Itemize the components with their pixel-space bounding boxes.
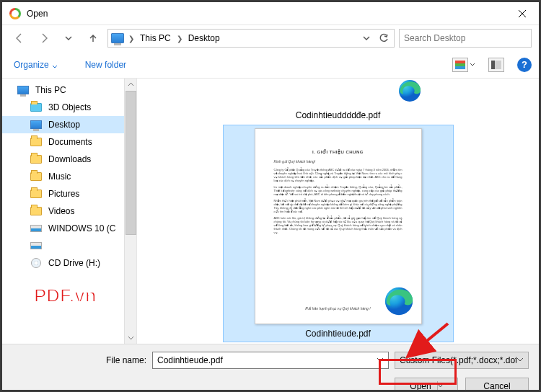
pc-icon [111,33,124,43]
filetype-select[interactable]: Custom Files(*.pdf;*.docx;*.dot; [395,352,529,369]
scroll-down-icon[interactable] [125,331,137,344]
edge-icon [397,79,423,104]
search-placeholder: Search Desktop [404,33,465,43]
tree-scrollbar[interactable] [124,79,136,344]
window-title: Open [27,9,48,19]
drive-icon [30,223,43,234]
filename-label: File name: [2,355,146,365]
tree-documents[interactable]: Documents [2,133,136,151]
search-input[interactable]: Search Desktop [399,29,532,48]
filename-input[interactable]: Codinhtieude.pdf [152,352,389,369]
tree-videos[interactable]: Videos [2,202,136,220]
view-mode-icon [452,58,468,72]
tree-this-pc[interactable]: This PC [2,81,136,99]
app-icon [9,8,21,19]
tree-downloads[interactable]: Downloads [2,151,136,168]
breadcrumb-desktop[interactable]: Desktop [185,32,223,45]
nav-forward-icon[interactable] [34,28,54,48]
chevron-right-icon: ❯ [128,35,134,43]
folder-icon [30,102,43,113]
nav-recent-icon[interactable] [58,28,79,48]
new-folder-button[interactable]: New folder [81,57,131,73]
open-button[interactable]: Open [395,378,458,392]
drive-icon [30,240,43,251]
file-item-selected[interactable]: I. GIỚI THIỆU CHUNG Kính gửi Quý khách h… [223,125,454,342]
tree-pictures[interactable]: Pictures [2,185,136,202]
chevron-down-icon[interactable] [377,355,384,365]
tree-drive[interactable] [2,237,136,254]
toolbar: Organize New folder ? [2,51,539,79]
chevron-right-icon: ❯ [177,35,182,43]
titlebar: Open [2,2,539,25]
organize-button[interactable]: Organize [9,57,62,73]
address-bar: ❯ This PC ❯ Desktop Search Desktop [2,25,539,51]
view-mode-button[interactable] [452,58,475,72]
tree-music[interactable]: Music [2,168,136,185]
help-icon[interactable]: ? [517,58,532,72]
chevron-down-icon[interactable] [359,35,374,42]
pdf-thumbnail: I. GIỚI THIỆU CHUNG Kính gửi Quý khách h… [255,128,422,324]
nav-back-icon[interactable] [9,28,30,48]
breadcrumb-this-pc[interactable]: This PC [137,32,174,45]
cancel-button[interactable]: Cancel [465,378,529,392]
pc-icon [17,84,30,96]
folder-icon [30,136,43,148]
preview-pane-button[interactable] [488,58,504,72]
file-list[interactable]: Codinhtieuddddđe.pdf I. GIỚI THIỆU CHUNG… [136,79,539,344]
nav-tree: This PC 3D Objects Desktop Documents Dow… [2,79,136,344]
file-label: Codinhtieuddddđe.pdf [296,110,380,120]
footer-panel: File name: Codinhtieude.pdf Custom Files… [2,344,539,392]
scroll-up-icon[interactable] [125,79,137,91]
split-chevron-icon [437,381,443,391]
chevron-down-icon [470,62,475,68]
refresh-icon[interactable] [377,33,391,43]
tree-3d-objects[interactable]: 3D Objects [2,99,136,116]
close-icon[interactable] [506,2,539,25]
open-dialog: Open ❯ This PC ❯ Desktop [0,0,541,392]
nav-up-icon[interactable] [83,28,103,48]
tree-desktop[interactable]: Desktop [2,116,136,133]
breadcrumb-box[interactable]: ❯ This PC ❯ Desktop [107,29,395,48]
filename-value: Codinhtieude.pdf [157,355,223,365]
folder-icon [30,171,43,182]
file-item-partial[interactable] [249,79,428,104]
folder-icon [30,205,43,217]
chevron-down-icon [52,62,58,68]
folder-icon [30,188,43,200]
filetype-value: Custom Files(*.pdf;*.docx;*.dot; [400,355,516,365]
folder-icon [30,153,43,165]
cd-icon [30,257,43,269]
edge-icon [382,285,415,318]
tree-cd-drive[interactable]: CD Drive (H:) [2,254,136,272]
pc-icon [30,119,43,130]
chevron-down-icon [516,355,524,365]
file-label: Codinhtieude.pdf [305,329,371,339]
scroll-thumb[interactable] [126,91,136,235]
tree-windows10-drive[interactable]: WINDOWS 10 (C [2,220,136,237]
